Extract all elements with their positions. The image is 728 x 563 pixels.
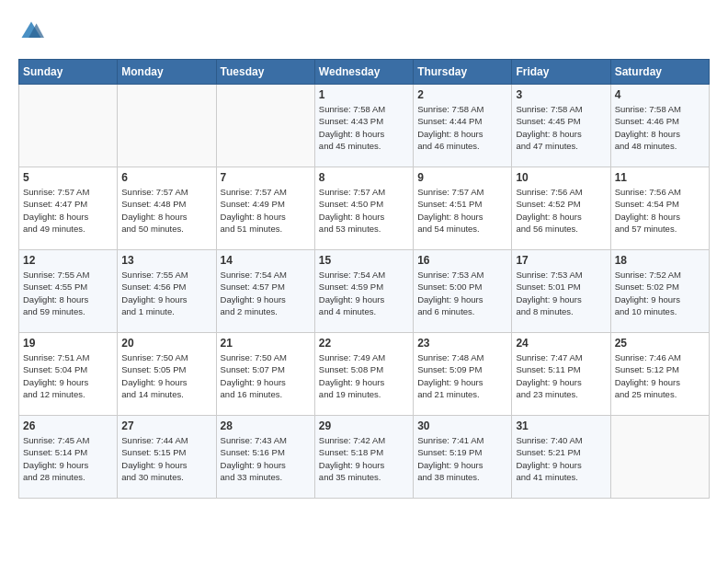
calendar-cell: 10Sunrise: 7:56 AM Sunset: 4:52 PM Dayli… [512, 167, 610, 250]
day-info: Sunrise: 7:42 AM Sunset: 5:18 PM Dayligh… [319, 434, 409, 483]
day-info: Sunrise: 7:53 AM Sunset: 5:00 PM Dayligh… [417, 269, 507, 317]
calendar-cell: 19Sunrise: 7:51 AM Sunset: 5:04 PM Dayli… [19, 333, 118, 416]
logo [18, 18, 48, 44]
calendar-cell: 7Sunrise: 7:57 AM Sunset: 4:49 PM Daylig… [216, 167, 314, 250]
day-info: Sunrise: 7:57 AM Sunset: 4:47 PM Dayligh… [23, 186, 113, 235]
page-header [18, 18, 710, 44]
day-info: Sunrise: 7:41 AM Sunset: 5:19 PM Dayligh… [417, 434, 507, 483]
day-number: 5 [23, 171, 113, 184]
day-info: Sunrise: 7:57 AM Sunset: 4:49 PM Dayligh… [221, 186, 311, 235]
calendar-cell: 29Sunrise: 7:42 AM Sunset: 5:18 PM Dayli… [314, 416, 413, 499]
day-info: Sunrise: 7:51 AM Sunset: 5:04 PM Dayligh… [23, 351, 113, 400]
day-info: Sunrise: 7:56 AM Sunset: 4:52 PM Dayligh… [516, 186, 606, 235]
calendar-cell: 8Sunrise: 7:57 AM Sunset: 4:50 PM Daylig… [314, 167, 413, 250]
calendar-cell [19, 85, 118, 167]
day-number: 20 [121, 337, 211, 350]
day-number: 29 [319, 419, 409, 432]
calendar-cell: 12Sunrise: 7:55 AM Sunset: 4:55 PM Dayli… [19, 250, 118, 333]
calendar-body: 1Sunrise: 7:58 AM Sunset: 4:43 PM Daylig… [19, 85, 710, 499]
day-info: Sunrise: 7:57 AM Sunset: 4:48 PM Dayligh… [121, 186, 211, 235]
weekday-header-tuesday: Tuesday [216, 60, 314, 85]
calendar-cell: 11Sunrise: 7:56 AM Sunset: 4:54 PM Dayli… [610, 167, 709, 250]
calendar-cell: 21Sunrise: 7:50 AM Sunset: 5:07 PM Dayli… [216, 333, 314, 416]
day-info: Sunrise: 7:56 AM Sunset: 4:54 PM Dayligh… [615, 186, 705, 235]
calendar-cell [610, 416, 709, 499]
calendar-cell: 5Sunrise: 7:57 AM Sunset: 4:47 PM Daylig… [19, 167, 118, 250]
day-number: 17 [516, 254, 606, 267]
day-info: Sunrise: 7:54 AM Sunset: 4:57 PM Dayligh… [221, 269, 311, 317]
weekday-header-sunday: Sunday [19, 60, 118, 85]
calendar-cell: 9Sunrise: 7:57 AM Sunset: 4:51 PM Daylig… [414, 167, 512, 250]
calendar-week-row: 12Sunrise: 7:55 AM Sunset: 4:55 PM Dayli… [19, 250, 710, 333]
day-info: Sunrise: 7:47 AM Sunset: 5:11 PM Dayligh… [516, 351, 606, 400]
calendar-cell [118, 85, 216, 167]
calendar-week-row: 19Sunrise: 7:51 AM Sunset: 5:04 PM Dayli… [19, 333, 710, 416]
day-info: Sunrise: 7:57 AM Sunset: 4:51 PM Dayligh… [417, 186, 507, 235]
day-info: Sunrise: 7:46 AM Sunset: 5:12 PM Dayligh… [615, 351, 705, 400]
calendar-cell: 13Sunrise: 7:55 AM Sunset: 4:56 PM Dayli… [118, 250, 216, 333]
day-info: Sunrise: 7:43 AM Sunset: 5:16 PM Dayligh… [221, 434, 311, 483]
day-number: 10 [516, 171, 606, 184]
day-number: 23 [417, 337, 507, 350]
calendar-cell: 6Sunrise: 7:57 AM Sunset: 4:48 PM Daylig… [118, 167, 216, 250]
day-info: Sunrise: 7:48 AM Sunset: 5:09 PM Dayligh… [417, 351, 507, 400]
calendar-cell: 1Sunrise: 7:58 AM Sunset: 4:43 PM Daylig… [314, 85, 413, 167]
day-number: 26 [23, 419, 113, 432]
day-number: 13 [121, 254, 211, 267]
day-info: Sunrise: 7:55 AM Sunset: 4:55 PM Dayligh… [23, 269, 113, 317]
weekday-header-monday: Monday [118, 60, 216, 85]
day-number: 21 [221, 337, 311, 350]
weekday-header-wednesday: Wednesday [314, 60, 413, 85]
calendar-cell: 24Sunrise: 7:47 AM Sunset: 5:11 PM Dayli… [512, 333, 610, 416]
calendar-cell: 18Sunrise: 7:52 AM Sunset: 5:02 PM Dayli… [610, 250, 709, 333]
day-number: 9 [417, 171, 507, 184]
calendar-cell: 23Sunrise: 7:48 AM Sunset: 5:09 PM Dayli… [414, 333, 512, 416]
day-info: Sunrise: 7:58 AM Sunset: 4:46 PM Dayligh… [615, 103, 705, 152]
day-info: Sunrise: 7:49 AM Sunset: 5:08 PM Dayligh… [319, 351, 409, 400]
day-number: 7 [221, 171, 311, 184]
day-info: Sunrise: 7:58 AM Sunset: 4:45 PM Dayligh… [516, 103, 606, 152]
day-info: Sunrise: 7:54 AM Sunset: 4:59 PM Dayligh… [319, 269, 409, 317]
calendar-cell: 14Sunrise: 7:54 AM Sunset: 4:57 PM Dayli… [216, 250, 314, 333]
day-info: Sunrise: 7:53 AM Sunset: 5:01 PM Dayligh… [516, 269, 606, 317]
day-number: 16 [417, 254, 507, 267]
day-number: 24 [516, 337, 606, 350]
calendar-week-row: 26Sunrise: 7:45 AM Sunset: 5:14 PM Dayli… [19, 416, 710, 499]
day-number: 31 [516, 419, 606, 432]
day-number: 18 [615, 254, 705, 267]
day-info: Sunrise: 7:50 AM Sunset: 5:05 PM Dayligh… [121, 351, 211, 400]
calendar-cell: 2Sunrise: 7:58 AM Sunset: 4:44 PM Daylig… [414, 85, 512, 167]
weekday-header-friday: Friday [512, 60, 610, 85]
calendar-cell: 27Sunrise: 7:44 AM Sunset: 5:15 PM Dayli… [118, 416, 216, 499]
day-number: 30 [417, 419, 507, 432]
day-info: Sunrise: 7:44 AM Sunset: 5:15 PM Dayligh… [121, 434, 211, 483]
calendar-cell: 17Sunrise: 7:53 AM Sunset: 5:01 PM Dayli… [512, 250, 610, 333]
calendar-week-row: 1Sunrise: 7:58 AM Sunset: 4:43 PM Daylig… [19, 85, 710, 167]
day-info: Sunrise: 7:58 AM Sunset: 4:43 PM Dayligh… [319, 103, 409, 152]
day-number: 25 [615, 337, 705, 350]
logo-icon [18, 18, 44, 44]
day-number: 12 [23, 254, 113, 267]
day-number: 22 [319, 337, 409, 350]
day-number: 4 [615, 88, 705, 101]
day-number: 11 [615, 171, 705, 184]
day-number: 8 [319, 171, 409, 184]
calendar-cell: 3Sunrise: 7:58 AM Sunset: 4:45 PM Daylig… [512, 85, 610, 167]
day-number: 19 [23, 337, 113, 350]
calendar-table: SundayMondayTuesdayWednesdayThursdayFrid… [18, 59, 710, 499]
weekday-header-saturday: Saturday [610, 60, 709, 85]
weekday-header-thursday: Thursday [414, 60, 512, 85]
day-number: 14 [221, 254, 311, 267]
calendar-cell: 28Sunrise: 7:43 AM Sunset: 5:16 PM Dayli… [216, 416, 314, 499]
day-info: Sunrise: 7:57 AM Sunset: 4:50 PM Dayligh… [319, 186, 409, 235]
day-info: Sunrise: 7:45 AM Sunset: 5:14 PM Dayligh… [23, 434, 113, 483]
day-info: Sunrise: 7:40 AM Sunset: 5:21 PM Dayligh… [516, 434, 606, 483]
day-info: Sunrise: 7:55 AM Sunset: 4:56 PM Dayligh… [121, 269, 211, 317]
calendar-cell: 22Sunrise: 7:49 AM Sunset: 5:08 PM Dayli… [314, 333, 413, 416]
day-number: 3 [516, 88, 606, 101]
calendar-cell: 31Sunrise: 7:40 AM Sunset: 5:21 PM Dayli… [512, 416, 610, 499]
day-number: 1 [319, 88, 409, 101]
calendar-cell: 30Sunrise: 7:41 AM Sunset: 5:19 PM Dayli… [414, 416, 512, 499]
calendar-week-row: 5Sunrise: 7:57 AM Sunset: 4:47 PM Daylig… [19, 167, 710, 250]
calendar-cell [216, 85, 314, 167]
